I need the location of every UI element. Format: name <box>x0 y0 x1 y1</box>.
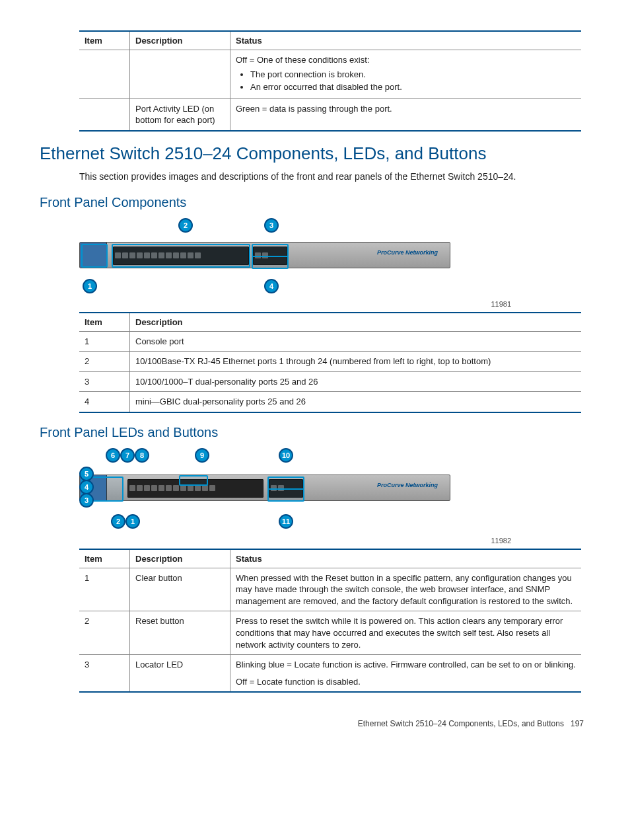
brand-label: ProCurve Networking <box>377 482 438 488</box>
callout-1b: 1 <box>125 514 140 529</box>
callout-2b: 2 <box>111 514 125 529</box>
table-row: Port Activity LED (on bottom for each po… <box>79 98 581 131</box>
figure-number: 11981 <box>40 300 511 308</box>
col-status: Status <box>230 31 582 50</box>
switch-diagram-leds: ProCurve Networking <box>79 475 450 501</box>
callout-8: 8 <box>135 448 149 463</box>
figure-front-panel-components: 2 3 1 4 ProCurve Networking <box>79 218 489 297</box>
callout-4: 4 <box>264 279 279 293</box>
callout-6: 6 <box>106 448 120 463</box>
callout-3: 3 <box>264 218 279 233</box>
callout-2: 2 <box>178 218 193 233</box>
callout-11: 11 <box>279 514 293 529</box>
callout-10: 10 <box>279 448 293 463</box>
col-desc: Description <box>130 313 582 332</box>
table-row: Off = One of these conditions exist: The… <box>79 50 581 99</box>
switch-diagram: ProCurve Networking <box>79 242 450 268</box>
table-row: 3 Locator LED Blinking blue = Locate fun… <box>79 655 581 693</box>
table-port-status: Item Description Status Off = One of the… <box>79 30 581 132</box>
section-intro: This section provides images and descrip… <box>79 171 590 183</box>
callout-3b: 3 <box>79 493 94 508</box>
subsection-front-panel-leds: Front Panel LEDs and Buttons <box>40 425 590 440</box>
col-desc: Description <box>130 549 230 568</box>
table-front-panel-components: Item Description 1Console port 210/100Ba… <box>79 312 581 413</box>
status-lead: Off = One of these conditions exist: <box>236 55 369 65</box>
figure-number: 11982 <box>40 537 511 545</box>
figure-front-panel-leds: 6 7 8 9 10 5 4 3 2 1 11 ProCurve Network… <box>79 448 489 534</box>
callout-4b: 4 <box>79 480 94 494</box>
table-row: 1 Clear button When pressed with the Res… <box>79 568 581 611</box>
table-front-panel-leds: Item Description Status 1 Clear button W… <box>79 549 581 693</box>
table-row: 1Console port <box>79 331 581 352</box>
col-desc: Description <box>130 31 230 50</box>
status-bullets: The port connection is broken. An error … <box>236 69 576 93</box>
callout-9: 9 <box>195 448 209 463</box>
footer-text: Ethernet Switch 2510–24 Components, LEDs… <box>358 719 564 728</box>
subsection-front-panel-components: Front Panel Components <box>40 195 590 210</box>
col-status: Status <box>230 549 582 568</box>
col-item: Item <box>79 549 130 568</box>
page-number: 197 <box>571 719 584 728</box>
col-item: Item <box>79 31 130 50</box>
col-item: Item <box>79 313 130 332</box>
callout-5: 5 <box>79 467 94 481</box>
table-row: 210/100Base-TX RJ-45 Ethernet ports 1 th… <box>79 352 581 372</box>
callout-7: 7 <box>120 448 135 463</box>
page-footer: Ethernet Switch 2510–24 Components, LEDs… <box>40 719 584 728</box>
brand-label: ProCurve Networking <box>377 249 438 256</box>
callout-1: 1 <box>83 279 97 293</box>
table-row: 4mini—GBIC dual-personality ports 25 and… <box>79 392 581 412</box>
section-title: Ethernet Switch 2510–24 Components, LEDs… <box>40 143 590 164</box>
table-row: 310/100/1000–T dual-personality ports 25… <box>79 371 581 392</box>
table-row: 2 Reset button Press to reset the switch… <box>79 611 581 655</box>
